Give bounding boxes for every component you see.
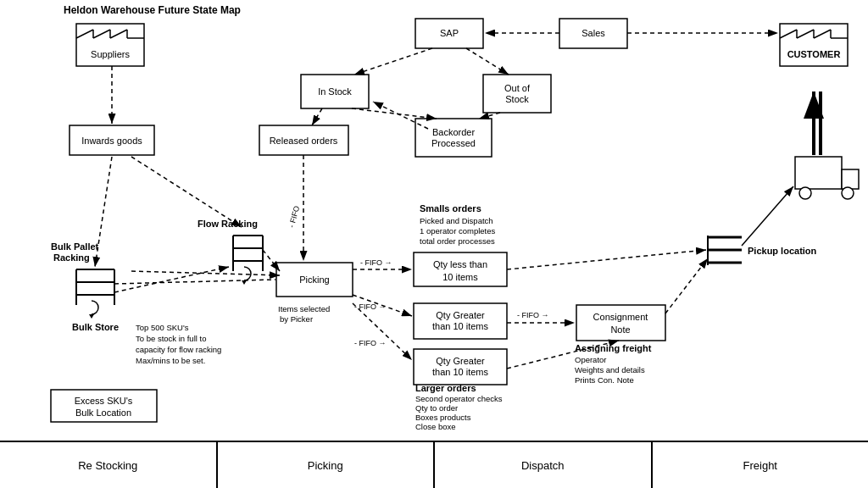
bulk-store-label: Bulk Store: [72, 322, 119, 332]
diagram-title: Heldon Warehouse Future State Map: [64, 4, 241, 16]
larger-title: Larger orders: [415, 383, 476, 393]
flow-racking-label: Flow Racking: [198, 219, 258, 229]
flow-racking-icon: [233, 236, 263, 285]
footer-restocking-label: Re Stocking: [78, 459, 137, 472]
items-selected1: Items selected: [278, 304, 330, 313]
bulk-store-note1: Top 500 SKU's: [136, 323, 189, 332]
footer-dispatch-label: Dispatch: [521, 459, 565, 472]
svg-line-62: [373, 102, 428, 129]
svg-line-64: [263, 250, 280, 271]
larger-body1: Second operator checks: [415, 394, 503, 403]
main-container: Heldon Warehouse Future State Map CUSTOM…: [0, 0, 868, 488]
svg-line-65: [114, 280, 275, 284]
bulk-pallet-label2: Racking: [53, 252, 90, 263]
svg-line-70: [507, 250, 706, 269]
picking-label: Picking: [299, 274, 329, 285]
diagram-area: Heldon Warehouse Future State Map CUSTOM…: [0, 0, 868, 441]
qty-greater1-label2: than 10 items: [432, 321, 489, 331]
svg-rect-43: [576, 305, 665, 341]
backorder-label1: Backorder: [432, 127, 475, 137]
svg-line-61: [479, 113, 500, 119]
larger-body2: Qty to order: [415, 403, 458, 413]
svg-line-60: [352, 108, 437, 119]
out-of-stock-label2: Stock: [505, 94, 529, 104]
larger-body3: Boxes products: [415, 413, 471, 422]
assigning-body2: Weights and details: [575, 365, 645, 374]
customer-label: CUSTOMER: [787, 49, 841, 59]
footer-area: Re Stocking Picking Dispatch Freight: [0, 441, 868, 488]
smalls-title: Smalls orders: [420, 203, 481, 214]
larger-body4: Close boxe: [415, 422, 456, 431]
consignment-label1: Consignment: [593, 312, 648, 322]
svg-point-51: [842, 187, 854, 199]
svg-line-59: [312, 108, 322, 125]
bulk-store-note4: Max/mins to be set.: [136, 356, 205, 365]
smalls-body1: Picked and Dispatch: [420, 216, 493, 225]
pickup-location-icon: [708, 236, 742, 265]
svg-point-50: [799, 187, 811, 199]
fifo-label5: - FIFO →: [517, 311, 549, 319]
footer-cell-picking: Picking: [218, 442, 436, 488]
svg-line-57: [354, 48, 432, 75]
out-of-stock-label: Out of: [504, 83, 531, 93]
svg-line-54: [131, 157, 242, 227]
svg-line-53: [95, 157, 112, 267]
sales-label: Sales: [581, 28, 605, 38]
bulk-pallet-label1: Bulk Pallet: [51, 241, 99, 252]
assigning-body1: Operator: [575, 355, 607, 364]
qty-greater1-label1: Qty Greater: [436, 310, 485, 320]
footer-cell-dispatch: Dispatch: [435, 442, 653, 488]
svg-rect-48: [795, 157, 842, 189]
qty-less-label1: Qty less than: [433, 259, 487, 269]
suppliers-factory-icon: Suppliers: [76, 24, 144, 66]
footer-picking-label: Picking: [308, 459, 343, 472]
backorder-label2: Processed: [431, 138, 476, 148]
svg-marker-31: [242, 280, 247, 285]
footer-cell-restocking: Re Stocking: [0, 442, 218, 488]
fifo-label1: - FIFO: [287, 205, 301, 229]
released-orders-label: Released orders: [270, 136, 338, 146]
consignment-label2: Note: [610, 324, 630, 335]
customer-factory-icon: CUSTOMER: [780, 24, 848, 66]
fifo-label2: - FIFO →: [360, 258, 392, 267]
qty-less-label2: 10 items: [442, 272, 478, 282]
sap-label: SAP: [440, 28, 459, 38]
svg-marker-37: [89, 314, 94, 319]
smalls-body2: 1 operator completes: [420, 226, 495, 236]
inwards-goods-label: Inwards goods: [81, 136, 142, 146]
footer-cell-freight: Freight: [653, 442, 869, 488]
qty-greater2-label2: than 10 items: [432, 367, 489, 377]
svg-rect-49: [842, 169, 859, 189]
in-stock-label: In Stock: [318, 86, 352, 97]
footer-freight-label: Freight: [743, 459, 777, 472]
bulk-store-note2: To be stock in full to: [136, 334, 206, 343]
suppliers-label: Suppliers: [91, 49, 130, 59]
svg-line-73: [665, 258, 708, 313]
svg-line-69: [353, 303, 412, 360]
excess-sku-label2: Bulk Location: [75, 408, 131, 418]
svg-line-58: [466, 48, 509, 75]
bulk-pallet-icon: [76, 269, 114, 319]
assigning-body3: Prints Con. Note: [575, 375, 634, 385]
svg-line-74: [742, 186, 793, 246]
truck-icon: [795, 157, 859, 199]
fifo-label4: - FIFO →: [354, 339, 387, 347]
assigning-title: Assigning freight: [575, 343, 652, 353]
excess-sku-label1: Excess SKU's: [75, 396, 133, 406]
qty-greater2-label1: Qty Greater: [436, 356, 485, 366]
pickup-label: Pickup location: [748, 246, 817, 256]
bulk-store-note3: capacity for flow racking: [136, 345, 221, 354]
smalls-body3: total order processes: [420, 236, 495, 246]
items-selected2: by Picker: [280, 314, 313, 324]
